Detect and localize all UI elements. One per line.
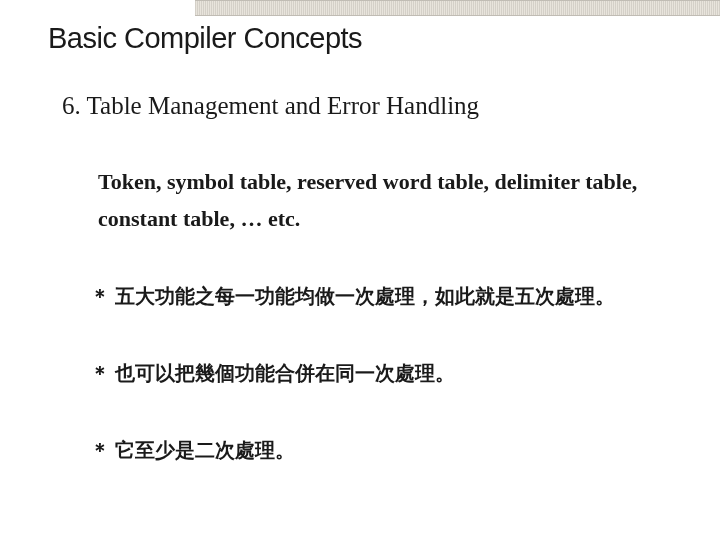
bullet-item: ＊ 五大功能之每一功能均做一次處理，如此就是五次處理。 <box>90 283 700 310</box>
body-paragraph: Token, symbol table, reserved word table… <box>98 163 680 238</box>
slide-title: Basic Compiler Concepts <box>48 22 362 55</box>
section-heading: 6. Table Management and Error Handling <box>62 92 479 120</box>
bullet-item: ＊ 也可以把幾個功能合併在同一次處理。 <box>90 360 700 387</box>
slide-top-border <box>195 0 720 16</box>
bullet-item: ＊ 它至少是二次處理。 <box>90 437 700 464</box>
